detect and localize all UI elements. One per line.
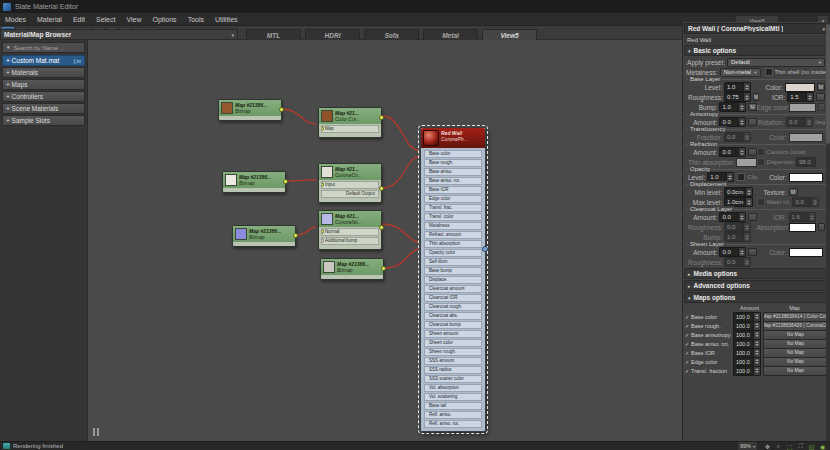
node-corona-color-correct[interactable]: Map #21... CoronaCo... Input Default Out… xyxy=(318,163,382,203)
menu-item[interactable]: Options xyxy=(153,16,177,23)
caustics-checkbox[interactable] xyxy=(757,148,765,156)
metalness-dropdown[interactable]: Non-metal ▾ xyxy=(720,68,761,77)
node-slot-normal[interactable]: Normal xyxy=(321,228,379,236)
input-socket[interactable] xyxy=(424,277,425,282)
bump-spinner[interactable]: 1.0 xyxy=(719,102,746,112)
node-slot-default-output[interactable]: Default Output xyxy=(321,190,379,198)
output-socket[interactable] xyxy=(381,266,386,271)
browser-item[interactable]: + Controllers xyxy=(2,91,85,102)
search-arrow-icon[interactable]: ▼ xyxy=(6,45,10,50)
menu-item[interactable]: Tools xyxy=(188,16,204,23)
node-corona-normal[interactable]: Map #21... CoronaNo... Normal Additional… xyxy=(318,210,382,250)
material-slot[interactable]: Displace. xyxy=(424,276,482,284)
input-socket[interactable] xyxy=(424,151,425,156)
roughness-spinner[interactable]: 0.75 xyxy=(724,92,751,102)
input-socket[interactable] xyxy=(424,268,425,273)
dispersion-spinner[interactable]: 98.0 xyxy=(796,157,816,167)
material-slot[interactable]: Metalness xyxy=(424,222,482,230)
refraction-amount-spinner[interactable]: 0.0 xyxy=(719,147,746,157)
material-output-socket[interactable] xyxy=(482,246,488,252)
clearcoat-absorption-swatch[interactable] xyxy=(789,223,816,232)
material-slot[interactable]: Edge color xyxy=(424,195,482,203)
node-bitmap-1[interactable]: Map #21386... Bitmap xyxy=(218,99,282,121)
material-slot[interactable]: Clearcoat bump xyxy=(424,321,482,329)
sheen-roughness-spinner[interactable]: 0.0 xyxy=(724,257,751,267)
anisotropy-map-button[interactable] xyxy=(748,118,756,126)
search-by-name-input[interactable]: ▼ Search by Name ... xyxy=(2,42,85,53)
rollout-maps-options[interactable]: ▾ Maps options xyxy=(684,292,829,303)
zoom-icon[interactable]: ⌕ xyxy=(774,442,783,450)
material-name-field[interactable]: Red Wall xyxy=(684,35,829,44)
rotation-spinner[interactable]: 0.0 xyxy=(786,117,813,127)
inspector-scrollbar[interactable] xyxy=(826,22,830,441)
base-level-spinner[interactable]: 1.0 xyxy=(724,82,751,92)
material-slot[interactable]: Clearcoat amount xyxy=(424,285,482,293)
material-slot[interactable]: Base aniso. rot. xyxy=(424,177,482,185)
translucency-color-swatch[interactable] xyxy=(789,133,823,142)
material-slot[interactable]: Base color xyxy=(424,150,482,158)
clip-checkbox[interactable] xyxy=(737,173,745,181)
browser-item[interactable]: + Materials xyxy=(2,67,85,78)
inspector-header[interactable]: Red Wall ( CoronaPhysicalMtl ) ▾ xyxy=(684,23,829,34)
menu-item[interactable]: Utilities xyxy=(215,16,238,23)
input-socket[interactable] xyxy=(321,229,324,234)
output-socket[interactable] xyxy=(293,233,298,238)
clearcoat-absorption-map-button[interactable] xyxy=(818,223,825,231)
clearcoat-amount-spinner[interactable]: 0.0 xyxy=(719,212,746,222)
material-slot[interactable]: SSS amount xyxy=(424,357,482,365)
dispersion-checkbox[interactable] xyxy=(757,158,765,166)
output-socket[interactable] xyxy=(379,186,384,191)
clearcoat-ior-spinner[interactable]: 1.6 xyxy=(789,212,816,222)
menu-item[interactable]: Material xyxy=(37,16,62,23)
map-assign-button[interactable]: No Map xyxy=(763,366,828,376)
node-bitmap-3[interactable]: Map #21386... Bitmap xyxy=(232,225,296,247)
zoom-extents-icon[interactable]: ⛶ xyxy=(796,442,805,450)
material-slot[interactable]: Transl. frac. xyxy=(424,204,482,212)
node-bitmap-2[interactable]: Map #21386... Bitmap xyxy=(222,171,286,193)
material-slot[interactable]: Refract. amount xyxy=(424,231,482,239)
output-socket[interactable] xyxy=(379,225,384,230)
displacement-texture-button[interactable]: M xyxy=(789,188,798,196)
node-slot-input[interactable]: Input xyxy=(321,181,379,189)
browser-item[interactable]: + Custom Mat.mat (.m xyxy=(2,55,85,66)
material-slot[interactable]: Base tail xyxy=(424,402,482,410)
thin-shell-checkbox[interactable] xyxy=(765,68,773,76)
material-slot[interactable]: SSS scatter color xyxy=(424,375,482,383)
base-color-swatch[interactable] xyxy=(785,83,815,92)
menu-item[interactable]: Modes xyxy=(5,16,26,23)
material-slot[interactable]: Self-illum. xyxy=(424,258,482,266)
browser-item[interactable]: + Maps xyxy=(2,79,85,90)
base-color-map-button[interactable]: M xyxy=(817,83,825,91)
material-slot[interactable]: Base rough. xyxy=(424,159,482,167)
node-color-correction[interactable]: Map #21... Color Cor... Map xyxy=(318,107,382,138)
clearcoat-bump-spinner[interactable]: 1.0 xyxy=(724,232,751,242)
pause-rendering-icon[interactable] xyxy=(93,428,99,436)
menu-item[interactable]: View xyxy=(126,16,141,23)
node-slot-additional-bump[interactable]: Additional bump xyxy=(321,237,379,245)
material-slot[interactable]: Refl. aniso. rot. xyxy=(424,420,482,428)
material-map-browser-header[interactable]: Material/Map Browser ▾ xyxy=(0,29,238,40)
refraction-map-button[interactable] xyxy=(748,148,756,156)
output-socket[interactable] xyxy=(279,107,284,112)
material-slot[interactable]: Vol. scattering xyxy=(424,393,482,401)
node-slot-map[interactable]: Map xyxy=(321,125,379,133)
material-slot[interactable]: Sheen amount xyxy=(424,330,482,338)
input-socket[interactable] xyxy=(321,126,324,131)
material-slot[interactable]: Base IOR xyxy=(424,186,482,194)
node-corona-physical-material[interactable]: Red Wall CoronaPh... Base color Base rou… xyxy=(420,127,486,432)
sheen-amount-spinner[interactable]: 0.0 xyxy=(719,247,746,257)
material-slot[interactable]: Clearcoat rough. xyxy=(424,303,482,311)
material-slot[interactable]: Base bump xyxy=(424,267,482,275)
canvas-zoom-dropdown[interactable]: 99% ▾ xyxy=(737,441,758,450)
material-slot[interactable]: Vol. absorption xyxy=(424,384,482,392)
water-level-checkbox[interactable] xyxy=(757,198,765,206)
apply-preset-dropdown[interactable]: Default ▾ xyxy=(727,58,825,67)
input-socket[interactable] xyxy=(424,160,425,165)
rollout-media-options[interactable]: ▸ Media options xyxy=(684,268,829,279)
opacity-color-swatch[interactable] xyxy=(789,173,823,182)
node-bitmap-4[interactable]: Map #21386... Bitmap xyxy=(320,258,384,280)
input-socket[interactable] xyxy=(321,182,324,187)
node-view-canvas[interactable]: Map #21386... Bitmap Map #21... Color Co… xyxy=(88,40,682,441)
ior-spinner[interactable]: 1.5 xyxy=(787,92,814,102)
browser-item[interactable]: + Sample Slots xyxy=(2,115,85,126)
